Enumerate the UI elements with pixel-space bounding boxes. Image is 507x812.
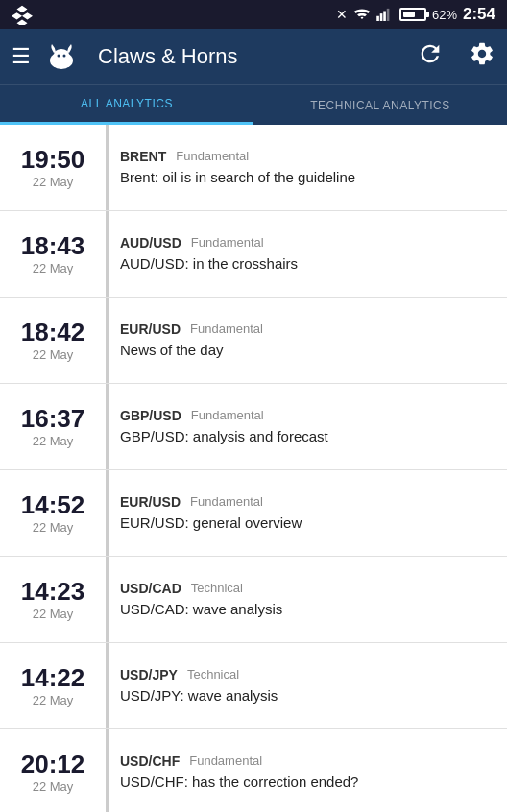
news-pair: USD/CAD [120,581,181,596]
news-time: 16:37 [21,405,85,433]
news-time-col: 18:43 22 May [0,211,106,297]
news-content-col: USD/JPY Technical USD/JPY: wave analysis [106,643,507,728]
battery-tip [426,12,429,17]
app-logo [44,39,79,74]
news-time: 20:12 [21,751,85,778]
news-type: Fundamental [190,494,263,509]
news-meta: USD/JPY Technical [120,667,495,682]
news-type: Fundamental [191,408,264,422]
no-signal-icon: ✕ [336,7,348,22]
status-bar: ✕ 62% 2:54 [0,0,507,29]
news-date: 22 May [33,607,74,621]
news-meta: AUD/USD Fundamental [120,235,495,251]
news-time-col: 19:50 22 May [0,125,106,210]
news-time: 14:23 [21,578,85,606]
news-content-col: USD/CHF Fundamental USD/CHF: has the cor… [106,729,507,812]
tab-bar: ALL ANALYTICS TECHNICAL ANALYTICS [0,84,507,125]
news-headline: GBP/USD: analysis and forecast [120,427,495,446]
news-headline: USD/CAD: wave analysis [120,600,495,619]
battery-icon [399,8,426,21]
news-type: Fundamental [189,753,262,768]
news-date: 22 May [33,779,74,794]
battery-fill [403,12,415,17]
news-headline: AUD/USD: in the crosshairs [120,254,495,274]
wifi-icon [353,8,371,21]
news-meta: USD/CAD Technical [120,581,495,596]
news-item[interactable]: 18:43 22 May AUD/USD Fundamental AUD/USD… [0,211,507,298]
news-item[interactable]: 14:52 22 May EUR/USD Fundamental EUR/USD… [0,470,507,557]
svg-point-6 [58,55,60,58]
news-headline: USD/JPY: wave analysis [120,686,495,705]
news-item[interactable]: 19:50 22 May BRENT Fundamental Brent: oi… [0,125,507,211]
news-pair: USD/CHF [120,753,180,769]
news-time-col: 18:42 22 May [0,298,106,383]
news-date: 22 May [33,347,74,362]
news-meta: GBP/USD Fundamental [120,408,495,423]
news-content-col: GBP/USD Fundamental GBP/USD: analysis an… [106,384,507,469]
svg-rect-2 [383,12,386,22]
news-time-col: 14:52 22 May [0,470,106,556]
news-pair: GBP/USD [120,408,181,423]
news-item[interactable]: 14:23 22 May USD/CAD Technical USD/CAD: … [0,557,507,643]
news-headline: USD/CHF: has the correction ended? [120,773,495,792]
news-date: 22 May [33,261,74,275]
battery-percent: 62% [432,8,457,22]
svg-rect-3 [387,9,390,21]
news-meta: USD/CHF Fundamental [120,753,495,769]
tab-technical-analytics[interactable]: TECHNICAL ANALYTICS [254,85,507,125]
news-content-col: BRENT Fundamental Brent: oil is in searc… [106,125,507,210]
news-content-col: EUR/USD Fundamental EUR/USD: general ove… [106,470,507,556]
status-bar-right: ✕ 62% 2:54 [336,5,495,24]
news-time-col: 16:37 22 May [0,384,106,469]
news-date: 22 May [33,175,74,189]
news-type: Fundamental [190,322,263,336]
news-meta: BRENT Fundamental [120,149,495,164]
news-date: 22 May [33,693,74,707]
news-list: 19:50 22 May BRENT Fundamental Brent: oi… [0,125,507,812]
news-item[interactable]: 14:22 22 May USD/JPY Technical USD/JPY: … [0,643,507,729]
news-pair: EUR/USD [120,322,181,337]
news-type: Fundamental [176,149,249,163]
news-date: 22 May [33,434,74,448]
news-pair: EUR/USD [120,494,181,510]
svg-point-7 [63,55,66,58]
news-content-col: USD/CAD Technical USD/CAD: wave analysis [106,557,507,642]
news-time: 19:50 [21,146,85,174]
news-time: 18:42 [21,319,85,346]
menu-icon[interactable]: ☰ [12,44,31,69]
news-time-col: 14:22 22 May [0,643,106,728]
dropbox-icon [12,4,33,25]
news-type: Technical [191,581,243,595]
news-pair: USD/JPY [120,667,178,682]
news-headline: EUR/USD: general overview [120,513,495,533]
top-nav: ☰ Claws & Horns [0,29,507,84]
news-time: 14:52 [21,491,85,519]
news-time: 14:22 [21,664,85,692]
svg-rect-1 [380,13,383,21]
status-time: 2:54 [463,5,495,24]
news-item[interactable]: 20:12 22 May USD/CHF Fundamental USD/CHF… [0,729,507,812]
news-meta: EUR/USD Fundamental [120,322,495,337]
news-type: Fundamental [191,235,264,250]
news-item[interactable]: 16:37 22 May GBP/USD Fundamental GBP/USD… [0,384,507,470]
tab-all-analytics[interactable]: ALL ANALYTICS [0,85,254,125]
svg-point-5 [54,49,69,60]
news-headline: News of the day [120,341,495,360]
news-date: 22 May [33,520,74,535]
settings-icon[interactable] [469,40,495,73]
refresh-icon[interactable] [417,40,444,74]
svg-rect-0 [376,16,379,21]
news-pair: BRENT [120,149,166,164]
app-title: Claws & Horns [98,44,403,69]
news-content-col: AUD/USD Fundamental AUD/USD: in the cros… [106,211,507,297]
signal-bars-icon [376,8,394,21]
news-content-col: EUR/USD Fundamental News of the day [106,298,507,383]
news-type: Technical [187,667,239,681]
news-meta: EUR/USD Fundamental [120,494,495,510]
news-time: 18:43 [21,232,85,260]
status-bar-left [12,4,33,25]
news-item[interactable]: 18:42 22 May EUR/USD Fundamental News of… [0,298,507,384]
news-pair: AUD/USD [120,235,181,251]
news-headline: Brent: oil is in search of the guideline [120,168,495,187]
news-time-col: 20:12 22 May [0,729,106,812]
